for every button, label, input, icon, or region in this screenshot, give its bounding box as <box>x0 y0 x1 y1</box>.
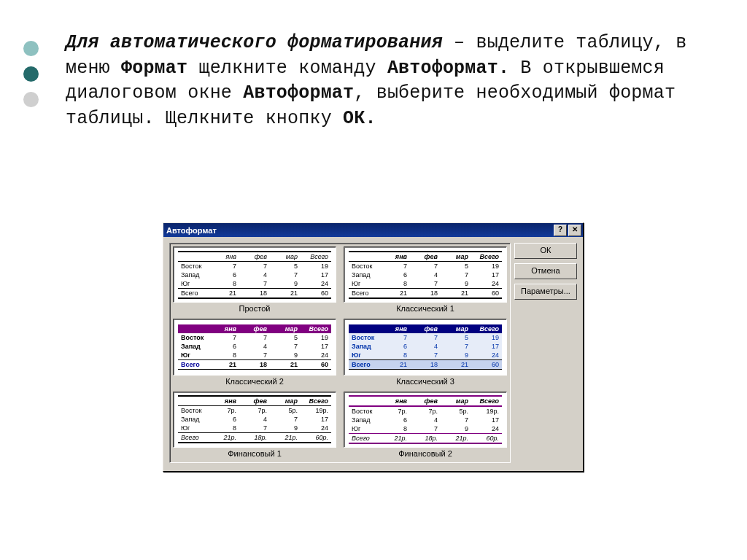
title-controls: ? ✕ <box>554 225 581 236</box>
preview-pane: янвфевмарВсегоВосток77519Запад64717Юг879… <box>169 243 511 463</box>
text-run: Автоформат <box>243 82 354 104</box>
format-preview[interactable]: янвфевмарВсегоВосток77519Запад64717Юг879… <box>173 319 336 386</box>
bullet-dot <box>23 41 39 56</box>
format-thumbnail[interactable]: янвфевмарВсегоВосток7р.7р.5р.19р.Запад64… <box>344 392 507 448</box>
format-thumbnail[interactable]: янвфевмарВсегоВосток77519Запад64717Юг879… <box>344 319 507 375</box>
dialog-body: янвфевмарВсегоВосток77519Запад64717Юг879… <box>163 237 583 480</box>
body-paragraph: Для автоматического форматирования – выд… <box>66 31 708 131</box>
text-run: ОК. <box>343 108 376 129</box>
bullet-dot <box>23 92 39 107</box>
format-thumbnail[interactable]: янвфевмарВсегоВосток77519Запад64717Юг879… <box>173 246 336 303</box>
text-run: Для автоматического форматирования <box>66 32 443 53</box>
close-button[interactable]: ✕ <box>568 225 581 236</box>
dialog-title: Автоформат <box>166 226 217 235</box>
slide-bullets <box>23 41 39 117</box>
format-caption: Классический 3 <box>344 376 507 387</box>
dialog-button-column: ОК Отмена Параметры... <box>514 243 577 300</box>
format-caption: Финансовый 2 <box>344 448 507 459</box>
format-thumbnail[interactable]: янвфевмарВсегоВосток77519Запад64717Юг879… <box>344 246 507 303</box>
format-caption: Классический 2 <box>173 376 336 387</box>
format-preview[interactable]: янвфевмарВсегоВосток7р.7р.5р.19р.Запад64… <box>344 392 507 459</box>
dialog-titlebar[interactable]: Автоформат ? ✕ <box>163 223 583 237</box>
format-caption: Финансовый 1 <box>173 448 336 459</box>
autoformat-dialog: Автоформат ? ✕ янвфевмарВсегоВосток77519… <box>163 222 584 472</box>
format-caption: Простой <box>173 303 336 314</box>
cancel-button[interactable]: Отмена <box>514 263 577 279</box>
text-run: щелкните команду <box>187 58 387 79</box>
format-preview[interactable]: янвфевмарВсегоВосток7р.7р.5р.19р.Запад64… <box>173 392 336 459</box>
format-preview[interactable]: янвфевмарВсегоВосток77519Запад64717Юг879… <box>344 246 507 314</box>
format-preview[interactable]: янвфевмарВсегоВосток77519Запад64717Юг879… <box>173 246 336 314</box>
ok-button[interactable]: ОК <box>514 243 577 259</box>
format-caption: Классический 1 <box>344 303 507 314</box>
params-button[interactable]: Параметры... <box>514 284 577 300</box>
help-button[interactable]: ? <box>554 225 567 236</box>
format-preview[interactable]: янвфевмарВсегоВосток77519Запад64717Юг879… <box>344 319 507 386</box>
format-thumbnail[interactable]: янвфевмарВсегоВосток7р.7р.5р.19р.Запад64… <box>173 392 336 448</box>
format-thumbnail[interactable]: янвфевмарВсегоВосток77519Запад64717Юг879… <box>173 319 336 375</box>
bullet-dot <box>23 66 39 82</box>
text-run: Автоформат. <box>387 58 509 79</box>
text-run: Формат <box>121 58 187 79</box>
